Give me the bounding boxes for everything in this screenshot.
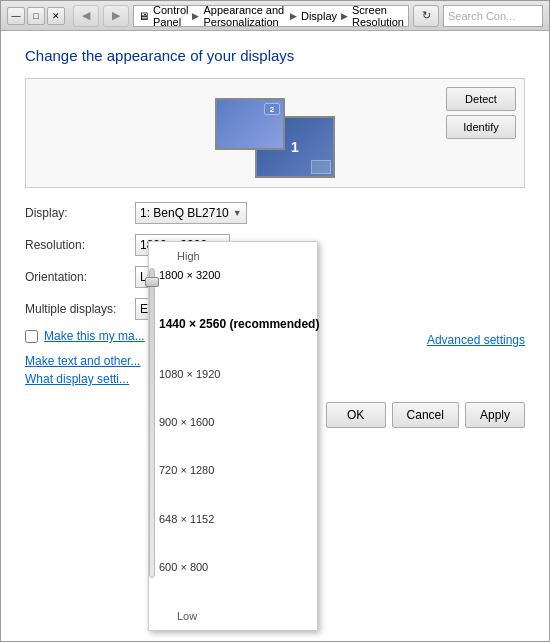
monitor-1-footer xyxy=(311,160,331,174)
page-title: Change the appearance of your displays xyxy=(25,47,525,64)
refresh-icon: ↻ xyxy=(422,9,431,22)
identify-button[interactable]: Identify xyxy=(446,115,516,139)
monitor-1-number: 1 xyxy=(291,139,299,155)
display-row: Display: 1: BenQ BL2710 ▼ xyxy=(25,202,525,224)
high-label: High xyxy=(149,250,317,266)
display-dropdown[interactable]: 1: BenQ BL2710 ▼ xyxy=(135,202,247,224)
search-box[interactable]: Search Con... xyxy=(443,5,543,27)
multiple-displays-label: Multiple displays: xyxy=(25,302,135,316)
display-dropdown-arrow: ▼ xyxy=(233,208,242,218)
display-value: 1: BenQ BL2710 xyxy=(140,206,229,220)
slider-track[interactable] xyxy=(149,268,155,578)
refresh-button[interactable]: ↻ xyxy=(413,5,439,27)
res-item-648[interactable]: 648 × 1152 xyxy=(159,512,319,526)
title-bar: — □ ✕ ◀ ▶ 🖥 Control Panel ▶ Appearance a… xyxy=(1,1,549,31)
breadcrumb-arrow-3: ▶ xyxy=(341,11,348,21)
maximize-button[interactable]: □ xyxy=(27,7,45,25)
resolution-popup: High 1800 × 3200 1440 × 2560 (recommende… xyxy=(148,241,318,631)
forward-icon: ▶ xyxy=(112,9,120,22)
monitor-controls: Detect Identify xyxy=(446,87,516,139)
search-placeholder: Search Con... xyxy=(448,10,515,22)
folder-icon: 🖥 xyxy=(138,10,149,22)
monitor-display-area: 2 1 Detect Identify xyxy=(25,78,525,188)
make-text-link[interactable]: Make text and other... xyxy=(25,354,140,368)
monitors-wrapper: 2 1 xyxy=(195,98,355,178)
content-area: Change the appearance of your displays 2… xyxy=(1,31,549,641)
res-item-1440[interactable]: 1440 × 2560 (recommended) xyxy=(159,316,319,332)
main-window: — □ ✕ ◀ ▶ 🖥 Control Panel ▶ Appearance a… xyxy=(0,0,550,642)
forward-button[interactable]: ▶ xyxy=(103,5,129,27)
breadcrumb-appearance: Appearance and Personalization xyxy=(203,4,285,28)
monitor-2[interactable]: 2 xyxy=(215,98,285,150)
window-controls: — □ ✕ xyxy=(7,7,65,25)
breadcrumb-screen-resolution: Screen Resolution xyxy=(352,4,404,28)
ok-button[interactable]: OK xyxy=(326,402,386,428)
detect-button[interactable]: Detect xyxy=(446,87,516,111)
res-item-600[interactable]: 600 × 800 xyxy=(159,560,319,574)
slider-container: 1800 × 3200 1440 × 2560 (recommended) 10… xyxy=(149,266,317,606)
monitor-2-badge: 2 xyxy=(264,103,280,115)
make-main-label: Make this my ma... xyxy=(44,329,145,343)
res-item-900[interactable]: 900 × 1600 xyxy=(159,415,319,429)
back-icon: ◀ xyxy=(82,9,90,22)
what-display-link[interactable]: What display setti... xyxy=(25,372,129,386)
res-item-1080[interactable]: 1080 × 1920 xyxy=(159,367,319,381)
breadcrumb-arrow-2: ▶ xyxy=(290,11,297,21)
orientation-label: Orientation: xyxy=(25,270,135,284)
checkbox-row: Make this my ma... xyxy=(25,329,145,343)
low-label: Low xyxy=(149,606,317,622)
advanced-settings-link[interactable]: Advanced settings xyxy=(427,333,525,347)
cancel-button[interactable]: Cancel xyxy=(392,402,459,428)
resolution-list: 1800 × 3200 1440 × 2560 (recommended) 10… xyxy=(155,266,327,576)
breadcrumb-arrow-1: ▶ xyxy=(192,11,199,21)
apply-button[interactable]: Apply xyxy=(465,402,525,428)
resolution-label: Resolution: xyxy=(25,238,135,252)
back-button[interactable]: ◀ xyxy=(73,5,99,27)
res-item-720[interactable]: 720 × 1280 xyxy=(159,463,319,477)
close-button[interactable]: ✕ xyxy=(47,7,65,25)
res-item-1800[interactable]: 1800 × 3200 xyxy=(159,268,319,282)
breadcrumb-control-panel: Control Panel xyxy=(153,4,188,28)
slider-track-area xyxy=(149,266,155,606)
slider-thumb[interactable] xyxy=(145,277,159,287)
address-bar[interactable]: 🖥 Control Panel ▶ Appearance and Persona… xyxy=(133,5,409,27)
make-main-checkbox[interactable] xyxy=(25,330,38,343)
minimize-button[interactable]: — xyxy=(7,7,25,25)
make-main-label-text: Make this my ma xyxy=(44,329,135,343)
display-label: Display: xyxy=(25,206,135,220)
make-main-more: ... xyxy=(135,329,145,343)
breadcrumb-display: Display xyxy=(301,10,337,22)
